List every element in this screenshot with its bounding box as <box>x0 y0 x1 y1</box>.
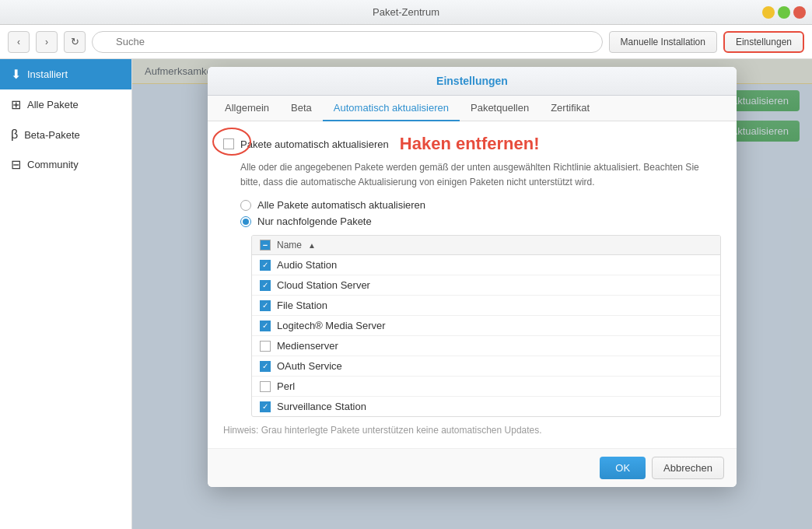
radio-all-packages[interactable]: Alle Pakete automatisch aktualisieren <box>240 199 721 211</box>
package-name: Logitech® Media Server <box>277 320 386 331</box>
minimize-button[interactable] <box>762 6 775 19</box>
community-icon: ⊟ <box>11 157 21 172</box>
radio-selected-packages[interactable]: Nur nachfolgende Pakete <box>240 215 721 227</box>
sort-arrow-icon[interactable]: ▲ <box>308 241 316 250</box>
manual-install-button[interactable]: Manuelle Installation <box>609 31 717 53</box>
refresh-button[interactable]: ↻ <box>64 31 86 53</box>
table-row: Surveillance Station <box>252 397 720 416</box>
main-layout: ⬇ Installiert ⊞ Alle Pakete β Beta-Paket… <box>0 59 812 529</box>
package-checkbox[interactable] <box>260 341 271 352</box>
ok-button[interactable]: OK <box>600 457 646 479</box>
table-row: Cloud Station Server <box>252 275 720 296</box>
radio-selected-label: Nur nachfolgende Pakete <box>257 215 372 227</box>
settings-dialog: Einstellungen Allgemein Beta Automatisch… <box>208 67 737 487</box>
dialog-overlay: Einstellungen Allgemein Beta Automatisch… <box>132 59 812 529</box>
table-row: Logitech® Media Server <box>252 316 720 336</box>
window-controls <box>762 6 806 19</box>
auto-update-label: Pakete automatisch aktualisieren <box>240 138 389 150</box>
sidebar-item-label: Alle Pakete <box>27 99 79 110</box>
package-checkbox[interactable] <box>260 381 271 392</box>
package-list: Audio StationCloud Station ServerFile St… <box>252 255 720 416</box>
sidebar-item-label: Community <box>27 159 79 170</box>
package-name: File Station <box>277 300 327 311</box>
download-icon: ⬇ <box>11 67 21 82</box>
content-area: Aufmerksamkeit erforderlich Alle aktuali… <box>132 59 812 529</box>
dialog-footer: OK Abbrechen <box>208 448 737 487</box>
red-annotation-text: Haken entfernen! <box>400 134 540 154</box>
package-name: Surveillance Station <box>277 401 366 412</box>
sidebar-item-installiert[interactable]: ⬇ Installiert <box>0 59 131 89</box>
package-list-header: Name ▲ <box>252 236 720 255</box>
radio-all-icon[interactable] <box>240 200 251 211</box>
sidebar: ⬇ Installiert ⊞ Alle Pakete β Beta-Paket… <box>0 59 132 529</box>
package-checkbox[interactable] <box>260 321 271 331</box>
package-checkbox[interactable] <box>260 300 271 311</box>
toolbar-right: Manuelle Installation Einstellungen <box>609 31 804 53</box>
dialog-title: Einstellungen <box>436 75 508 87</box>
cancel-button[interactable]: Abbrechen <box>652 457 724 479</box>
radio-selected-icon[interactable] <box>240 216 251 227</box>
hint-text: Hinweis: Grau hinterlegte Pakete unterst… <box>223 417 721 436</box>
tab-beta[interactable]: Beta <box>280 96 323 121</box>
forward-button[interactable]: › <box>36 31 58 53</box>
name-column-header: Name <box>277 240 302 250</box>
main-checkbox-row: Pakete automatisch aktualisieren Haken e… <box>223 134 721 154</box>
close-button[interactable] <box>793 6 806 19</box>
package-name: OAuth Service <box>277 360 342 372</box>
table-row: OAuth Service <box>252 356 720 377</box>
table-row: File Station <box>252 296 720 316</box>
tab-allgemein[interactable]: Allgemein <box>214 96 280 121</box>
dialog-header: Einstellungen <box>208 67 737 96</box>
window-title: Paket-Zentrum <box>373 6 439 18</box>
package-name: Cloud Station Server <box>277 279 370 291</box>
header-checkbox[interactable] <box>260 240 271 250</box>
tab-auto-update[interactable]: Automatisch aktualisieren <box>323 96 460 121</box>
package-checkbox[interactable] <box>260 401 271 412</box>
toolbar: ‹ › ↻ 🔍 Manuelle Installation Einstellun… <box>0 25 812 59</box>
dialog-tabs: Allgemein Beta Automatisch aktualisieren… <box>208 96 737 121</box>
sidebar-item-alle-pakete[interactable]: ⊞ Alle Pakete <box>0 89 131 120</box>
titlebar: Paket-Zentrum <box>0 0 812 25</box>
grid-icon: ⊞ <box>11 97 21 112</box>
table-row: Medienserver <box>252 336 720 356</box>
search-input[interactable] <box>92 31 603 53</box>
description-text: Alle oder die angegebenen Pakete werden … <box>223 160 721 190</box>
package-list-container: Name ▲ Audio StationCloud Station Server… <box>251 235 721 417</box>
sidebar-item-label: Installiert <box>27 68 68 80</box>
package-checkbox[interactable] <box>260 361 271 372</box>
table-row: Perl <box>252 377 720 397</box>
search-wrapper: 🔍 <box>92 31 603 53</box>
package-checkbox[interactable] <box>260 260 271 271</box>
sidebar-item-beta-pakete[interactable]: β Beta-Pakete <box>0 120 131 149</box>
auto-update-checkbox[interactable] <box>223 138 234 149</box>
maximize-button[interactable] <box>778 6 790 19</box>
radio-all-label: Alle Pakete automatisch aktualisieren <box>257 199 425 211</box>
package-name: Perl <box>277 380 295 392</box>
package-checkbox[interactable] <box>260 280 271 291</box>
dialog-body: Pakete automatisch aktualisieren Haken e… <box>208 121 737 448</box>
radio-group: Alle Pakete automatisch aktualisieren Nu… <box>223 199 721 227</box>
table-row: Audio Station <box>252 255 720 275</box>
settings-button[interactable]: Einstellungen <box>723 31 804 53</box>
tab-paketquellen[interactable]: Paketquellen <box>460 96 540 121</box>
back-button[interactable]: ‹ <box>8 31 30 53</box>
beta-icon: β <box>11 128 18 142</box>
package-name: Audio Station <box>277 259 337 271</box>
sidebar-item-label: Beta-Pakete <box>24 129 80 141</box>
tab-zertifikat[interactable]: Zertifikat <box>540 96 600 121</box>
sidebar-item-community[interactable]: ⊟ Community <box>0 149 131 180</box>
package-name: Medienserver <box>277 340 338 352</box>
